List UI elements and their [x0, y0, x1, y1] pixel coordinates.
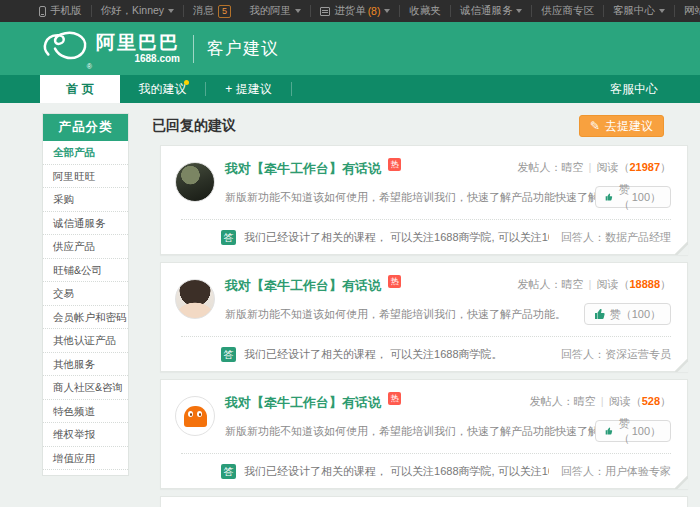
card-meta: 发帖人：晴空|阅读（21987）	[518, 159, 671, 175]
sidebar-category-item[interactable]: 阿里旺旺	[43, 165, 128, 189]
sidebar-category-item[interactable]: 其他认证产品	[43, 329, 128, 353]
like-button[interactable]: 赞（100）	[595, 420, 671, 442]
chevron-down-icon	[659, 9, 665, 13]
title-wrap: 我对【牵牛工作台】有话说 热	[225, 159, 401, 178]
hot-badge: 热	[388, 392, 401, 405]
suggestion-card-partial	[160, 496, 688, 507]
read-label: 阅读（	[596, 161, 629, 173]
brand-header: ® 阿里巴巴 1688.com 客户建议	[0, 22, 700, 75]
paren-close: ）	[650, 307, 661, 322]
topbar-mobile-link[interactable]: 手机版	[30, 5, 91, 17]
replier: 回答人：用户体验专家	[561, 464, 671, 479]
suggestion-body: 新版新功能不知道该如何使用，希望能培训我们，快速了解产品功能快速了解产品功能快速…	[225, 190, 595, 205]
replier: 回答人：数据产品经理	[561, 230, 671, 245]
sidebar-category-item[interactable]: 维权举报	[43, 423, 128, 447]
notification-dot	[184, 80, 189, 85]
hot-badge: 热	[388, 158, 401, 171]
paren-close: ）	[660, 395, 671, 407]
poster-name: 晴空	[562, 278, 584, 290]
topbar-site-nav-menu[interactable]: 网站导航	[674, 5, 700, 17]
reply-text: 我们已经设计了相关的课程， 可以关注1688商学院, 可以关注1688商学院可以…	[244, 464, 549, 479]
like-count: 100	[632, 425, 650, 437]
sidebar-category-item[interactable]: 特色频道	[43, 400, 128, 424]
sidebar-category-item[interactable]: 商人社区&咨询	[43, 376, 128, 400]
sidebar-category-item[interactable]: 其他服务	[43, 353, 128, 377]
brand-text: 阿里巴巴 1688.com	[96, 33, 180, 64]
phone-icon	[39, 6, 46, 17]
poster-name: 晴空	[574, 395, 596, 407]
topbar-service-center-menu[interactable]: 客服中心	[603, 5, 674, 17]
chevron-down-icon	[516, 9, 522, 13]
sidebar-category-item[interactable]: 诚信通服务	[43, 212, 128, 236]
paren-close: ）	[650, 424, 661, 439]
like-button[interactable]: 赞（100）	[595, 186, 671, 208]
page-title: 客户建议	[207, 37, 279, 60]
topbar-greeting-menu[interactable]: 你好，Kinney	[91, 5, 184, 17]
alibaba-logo[interactable]: ® 阿里巴巴 1688.com	[40, 29, 180, 69]
poster-label: 发帖人：	[518, 278, 562, 290]
poster-label: 发帖人：	[530, 395, 574, 407]
sidebar-category-item[interactable]: 交易	[43, 282, 128, 306]
sidebar-category-item[interactable]: 供应产品	[43, 235, 128, 259]
topbar-left-group: 手机版 你好，Kinney 消息 5	[30, 0, 240, 22]
tab-my-suggestions[interactable]: 我的建议	[120, 75, 205, 103]
paren-close: ）	[660, 161, 671, 173]
sidebar-category-item[interactable]: 全部产品	[43, 141, 128, 165]
nav-bar: 首 页 我的建议 + 提建议 客服中心	[0, 75, 700, 103]
brand-name: 阿里巴巴	[96, 33, 180, 52]
poster-name: 晴空	[562, 161, 584, 173]
title-wrap: 我对【牵牛工作台】有话说 热	[225, 276, 401, 295]
answer-icon: 答	[221, 347, 236, 362]
sidebar-title: 产品分类	[43, 114, 128, 141]
service-center-link[interactable]: 客服中心	[610, 75, 658, 103]
pencil-icon: ✎	[590, 120, 600, 132]
card-meta: 发帖人：晴空|阅读（528）	[530, 393, 671, 409]
user-avatar	[175, 162, 215, 202]
registered-mark: ®	[87, 63, 92, 70]
like-button[interactable]: 赞（100）	[584, 303, 671, 325]
go-submit-suggestion-button[interactable]: ✎ 去提建议	[579, 115, 664, 137]
topbar-messages-link[interactable]: 消息 5	[183, 5, 240, 17]
card-meta: 发帖人：晴空|阅读（18888）	[518, 276, 671, 292]
tab-home[interactable]: 首 页	[40, 75, 120, 103]
suggestion-title[interactable]: 我对【牵牛工作台】有话说	[225, 161, 381, 176]
tab-submit-suggestion[interactable]: + 提建议	[206, 75, 291, 103]
paren-close: ）	[660, 278, 671, 290]
suggestion-card: 我对【牵牛工作台】有话说 热 发帖人：晴空|阅读（18888） 新版新功能不知道…	[160, 262, 688, 372]
topbar-supplier-zone-link[interactable]: 供应商专区	[531, 5, 603, 17]
main-header: 已回复的建议 ✎ 去提建议	[152, 113, 688, 139]
official-reply: 答 我们已经设计了相关的课程， 可以关注1688商学院, 可以关注1688商学院…	[221, 230, 671, 245]
hot-badge: 热	[388, 275, 401, 288]
suggestion-card: 我对【牵牛工作台】有话说 热 发帖人：晴空|阅读（528） 新版新功能不知道该如…	[160, 379, 688, 489]
read-count: 21987	[629, 161, 660, 173]
topbar-chengxintong-menu[interactable]: 诚信通服务	[450, 5, 532, 17]
topbar-purchase-list-menu[interactable]: 进货单 (8)	[310, 5, 399, 17]
meta-divider: |	[601, 395, 604, 407]
dotted-divider	[181, 336, 671, 337]
sidebar-category-item[interactable]: 增值应用	[43, 447, 128, 471]
fold-corner	[674, 241, 688, 255]
like-label: 赞（	[610, 307, 632, 322]
topbar-favorites-link[interactable]: 收藏夹	[399, 5, 450, 17]
tab-separator	[291, 82, 292, 96]
suggestion-body: 新版新功能不知道该如何使用，希望能培训我们，快速了解产品功能。	[225, 307, 566, 322]
sidebar-category-item[interactable]: 会员帐户和密码	[43, 306, 128, 330]
sidebar-category-item[interactable]: 采购	[43, 188, 128, 212]
topbar-my-alibaba-menu[interactable]: 我的阿里	[240, 5, 310, 17]
fold-corner	[674, 358, 688, 372]
answer-icon: 答	[221, 230, 236, 245]
header-divider	[193, 35, 194, 63]
thumb-up-icon	[594, 308, 606, 320]
replier: 回答人：资深运营专员	[561, 347, 671, 362]
title-wrap: 我对【牵牛工作台】有话说 热	[225, 393, 401, 412]
sidebar-category-item[interactable]: 旺铺&公司	[43, 259, 128, 283]
reply-text: 我们已经设计了相关的课程， 可以关注1688商学院, 可以关注1688商学院可以…	[244, 230, 549, 245]
suggestion-title[interactable]: 我对【牵牛工作台】有话说	[225, 278, 381, 293]
product-category-sidebar: 产品分类 全部产品 阿里旺旺 采购 诚信通服务 供应产品 旺铺&公司 交易 会员…	[42, 113, 129, 476]
official-reply: 答 我们已经设计了相关的课程， 可以关注1688商学院。 回答人：资深运营专员	[221, 347, 671, 362]
suggestion-title[interactable]: 我对【牵牛工作台】有话说	[225, 395, 381, 410]
top-utility-bar: 手机版 你好，Kinney 消息 5 我的阿里 进货单 (8)	[0, 0, 700, 22]
like-label: 赞（	[617, 182, 632, 212]
poster-label: 发帖人：	[518, 161, 562, 173]
brand-domain: 1688.com	[134, 54, 180, 64]
